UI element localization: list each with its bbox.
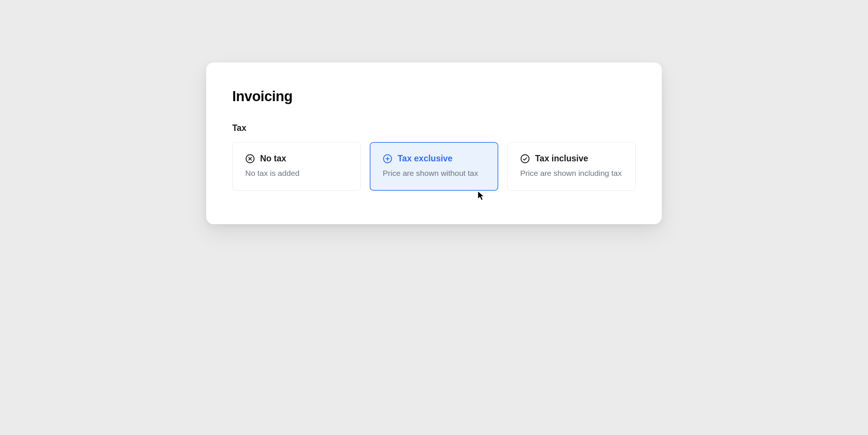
cursor-icon	[477, 191, 486, 201]
option-header: Tax exclusive	[383, 154, 485, 164]
option-title: Tax inclusive	[535, 154, 588, 164]
option-title: Tax exclusive	[398, 154, 453, 164]
tax-options-row: No tax No tax is added Tax exclusive Pri…	[232, 142, 636, 191]
plus-circle-icon	[383, 154, 392, 164]
cross-circle-icon	[245, 154, 255, 164]
tax-option-no-tax[interactable]: No tax No tax is added	[232, 142, 361, 191]
option-header: Tax inclusive	[520, 154, 623, 164]
option-description: Price are shown without tax	[383, 169, 485, 178]
tax-section-title: Tax	[232, 123, 636, 133]
invoicing-settings-card: Invoicing Tax No tax No tax is added	[206, 62, 662, 224]
option-title: No tax	[260, 154, 286, 164]
tax-option-tax-inclusive[interactable]: Tax inclusive Price are shown including …	[507, 142, 636, 191]
svg-point-6	[521, 155, 529, 163]
option-header: No tax	[245, 154, 348, 164]
check-circle-icon	[520, 154, 530, 164]
tax-option-tax-exclusive[interactable]: Tax exclusive Price are shown without ta…	[370, 142, 498, 191]
page-title: Invoicing	[232, 88, 636, 104]
option-description: No tax is added	[245, 169, 348, 178]
option-description: Price are shown including tax	[520, 169, 623, 178]
